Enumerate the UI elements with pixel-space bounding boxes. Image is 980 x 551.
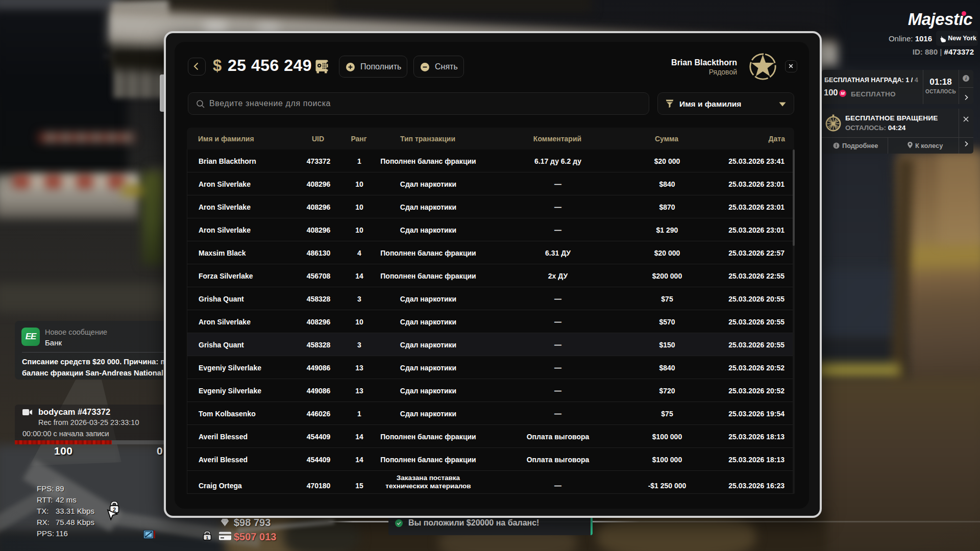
- svg-text:1: 1: [206, 535, 209, 540]
